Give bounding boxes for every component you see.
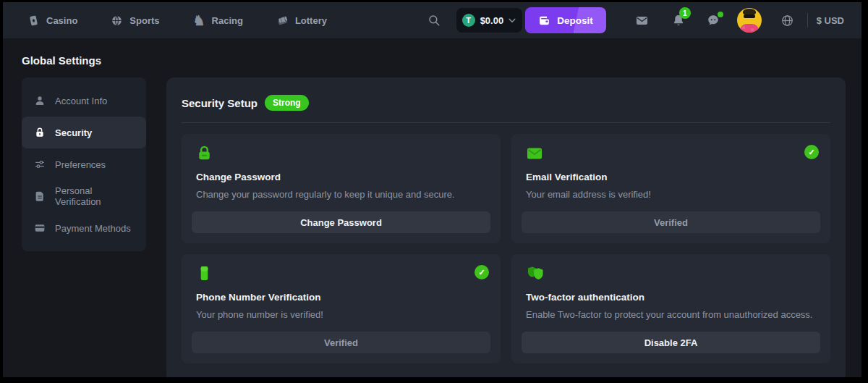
sidebar-item-payment-methods[interactable]: Payment Methods [22, 212, 146, 244]
nav-label: Sports [129, 15, 159, 26]
card-title: Two-factor authentication [522, 292, 820, 303]
currency-selector[interactable]: $ USD [817, 15, 844, 26]
card-email-verification: ✓ Email Verification Your email address … [511, 134, 830, 243]
page-title: Global Settings [22, 54, 846, 67]
lock-icon [34, 127, 46, 138]
sidebar-item-security[interactable]: Security [22, 117, 146, 148]
tether-coin-icon: T [462, 14, 475, 27]
avatar[interactable] [737, 8, 762, 33]
phone-verified-button[interactable]: Verified [192, 332, 490, 353]
racing-icon: ♞ [193, 14, 205, 27]
sports-icon [111, 14, 123, 27]
card-title: Email Verification [522, 172, 820, 182]
security-panel: Security Setup Strong Change Password Ch… [166, 77, 846, 377]
search-icon [427, 14, 441, 27]
change-password-button[interactable]: Change Password [192, 211, 490, 233]
settings-sidebar: Account Info Security Preferences [22, 77, 146, 251]
card-two-factor: Two-factor authentication Enable Two-fac… [511, 254, 830, 363]
user-icon [34, 95, 46, 106]
card-description: Your email address is verified! [522, 189, 820, 200]
nav-lottery[interactable]: Lottery [276, 14, 327, 27]
avatar-sunglasses [744, 14, 755, 18]
globe-icon [780, 14, 794, 28]
nav-label: Lottery [295, 15, 327, 26]
sliders-icon [34, 159, 46, 170]
nav-label: Racing [212, 15, 243, 26]
app-window: Casino Sports ♞ Racing Lottery [3, 2, 861, 377]
notifications-button[interactable]: 1 [672, 14, 685, 27]
sidebar-item-label: Preferences [55, 159, 106, 170]
chevron-down-icon [509, 18, 516, 23]
balance-amount: $0.00 [480, 15, 504, 26]
sidebar-item-label: Personal Verification [55, 185, 134, 207]
padlock-green-icon [196, 145, 213, 161]
email-verified-button[interactable]: Verified [522, 211, 820, 233]
sidebar-item-label: Payment Methods [55, 223, 131, 234]
credit-card-icon [34, 222, 46, 234]
search-button[interactable] [427, 14, 441, 27]
card-description: Your phone number is verified! [192, 309, 490, 320]
lottery-icon [276, 14, 289, 27]
sidebar-item-personal-verification[interactable]: Personal Verification [22, 180, 146, 212]
nav-sports[interactable]: Sports [111, 14, 159, 27]
sidebar-item-account-info[interactable]: Account Info [22, 85, 146, 117]
chat-online-dot [718, 12, 723, 17]
topbar: Casino Sports ♞ Racing Lottery [3, 2, 861, 38]
envelope-green-icon [526, 145, 543, 162]
sidebar-item-label: Account Info [55, 96, 107, 106]
document-icon [34, 190, 46, 202]
avatar-body [740, 24, 759, 33]
disable-2fa-button[interactable]: Disable 2FA [522, 332, 820, 353]
deposit-button[interactable]: Deposit [525, 7, 606, 33]
card-phone-verification: ✓ Phone Number Verification Your phone n… [182, 254, 501, 363]
verified-check-icon: ✓ [804, 145, 819, 159]
nav-label: Casino [46, 15, 77, 26]
nav-casino[interactable]: Casino [27, 14, 77, 27]
nav-racing[interactable]: ♞ Racing [193, 14, 243, 27]
shields-green-icon [526, 265, 545, 282]
phone-green-icon [196, 265, 213, 282]
panel-header: Security Setup Strong [182, 95, 830, 111]
card-title: Phone Number Verification [192, 292, 490, 303]
card-title: Change Password [192, 172, 490, 182]
verified-check-icon: ✓ [475, 265, 489, 279]
main-nav: Casino Sports ♞ Racing Lottery [27, 14, 327, 27]
topbar-right: T $0.00 Deposit [427, 7, 844, 33]
security-cards: Change Password Change your password reg… [182, 134, 830, 363]
mail-button[interactable] [635, 14, 649, 28]
panel-title: Security Setup [182, 97, 258, 109]
card-description: Enable Two-factor to protect your accoun… [522, 309, 820, 320]
language-button[interactable] [780, 14, 794, 28]
topbar-divider [807, 13, 808, 28]
sidebar-item-label: Security [55, 127, 92, 138]
card-description: Change your password regularly to keep i… [192, 189, 490, 200]
sidebar-item-preferences[interactable]: Preferences [22, 148, 146, 180]
chat-button[interactable] [707, 14, 720, 27]
panel-divider [182, 122, 830, 123]
notification-count-badge: 1 [679, 7, 691, 19]
deposit-label: Deposit [557, 15, 593, 26]
settings-content: Global Settings Account Info Security [3, 38, 861, 377]
casino-icon [27, 14, 40, 27]
mail-icon [635, 14, 649, 28]
card-change-password: Change Password Change your password reg… [182, 134, 501, 243]
strength-badge: Strong [265, 95, 309, 111]
balance-dropdown[interactable]: T $0.00 [456, 8, 523, 33]
wallet-icon [538, 14, 550, 27]
